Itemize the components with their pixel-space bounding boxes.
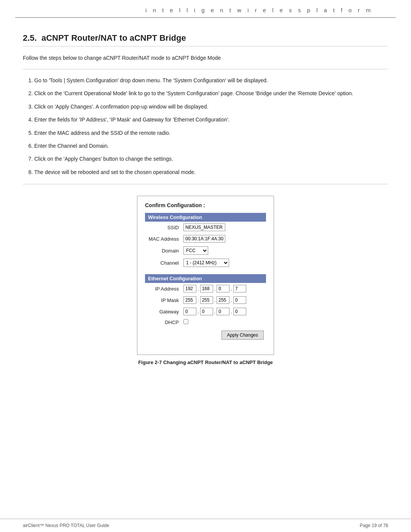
footer-left: airClient™ Nexus PRO TOTAL User Guide: [23, 523, 109, 528]
domain-label: Domain: [145, 244, 181, 257]
mask-octet-2[interactable]: [200, 296, 213, 304]
ip-dot: .: [198, 297, 199, 303]
ip-dot: .: [231, 309, 232, 315]
main-content: 2.5. aCNPT Router/NAT to aCNPT Bridge Fo…: [0, 18, 411, 384]
gateway-octet-4[interactable]: [233, 308, 246, 315]
mask-octet-4[interactable]: [233, 296, 246, 304]
list-item: Go to 'Tools | System Configuration' dro…: [34, 76, 388, 85]
gateway-octet-3[interactable]: [217, 308, 229, 315]
ethernet-config-table: IP Address . . . IP Ma: [145, 283, 266, 342]
ip-address-group: . . .: [183, 285, 264, 292]
ip-dot: .: [231, 297, 232, 303]
table-row: DHCP: [145, 317, 266, 327]
ip-octet-1[interactable]: [183, 285, 196, 292]
apply-changes-button[interactable]: Apply Changes: [221, 331, 264, 340]
table-row: Gateway . . .: [145, 306, 266, 317]
table-row: Channel 1 - (2412 MHz) 2 - (2417 MHz) 6 …: [145, 257, 266, 269]
mac-label: MAC Address: [145, 233, 181, 244]
ip-dot: .: [198, 286, 199, 292]
wireless-section-bar: Wireless Configuration: [145, 213, 266, 222]
domain-select[interactable]: FCC ETSI TELEC: [183, 246, 208, 255]
page-header: i n t e l l i g e n t w i r e l e s s p …: [15, 0, 396, 18]
ip-octet-2[interactable]: [200, 285, 213, 292]
list-item: The device will be rebooted and set to t…: [34, 168, 388, 176]
confirm-config-title: Confirm Configuration :: [145, 202, 266, 208]
mac-input[interactable]: [183, 235, 225, 243]
wireless-config-table: SSID MAC Address Domain FCC: [145, 222, 266, 269]
ethernet-section-bar: Ethernet Configuration: [145, 274, 266, 283]
channel-select[interactable]: 1 - (2412 MHz) 2 - (2417 MHz) 6 - (2437 …: [183, 259, 229, 267]
table-row: MAC Address: [145, 233, 266, 244]
figure-caption: Figure 2-7 Changing aCNPT Router/NAT to …: [138, 359, 273, 365]
gateway-label: Gateway: [145, 306, 181, 317]
dhcp-label: DHCP: [145, 317, 181, 327]
table-row: IP Mask . . .: [145, 294, 266, 306]
mask-label: IP Mask: [145, 294, 181, 306]
ip-dot: .: [214, 297, 216, 303]
divider-top: [23, 69, 388, 69]
list-item: Click on the 'Current Operational Mode' …: [34, 89, 388, 97]
list-item: Click on 'Apply Changes'. A confirmation…: [34, 102, 388, 111]
ssid-label: SSID: [145, 222, 181, 233]
confirm-config-box: Confirm Configuration : Wireless Configu…: [137, 196, 274, 355]
ip-dot: .: [198, 309, 199, 315]
mask-group: . . .: [183, 296, 264, 304]
header-title: i n t e l l i g e n t w i r e l e s s p …: [145, 7, 373, 13]
ssid-input[interactable]: [183, 224, 225, 231]
mask-octet-3[interactable]: [217, 296, 229, 304]
channel-label: Channel: [145, 257, 181, 269]
table-row: Domain FCC ETSI TELEC: [145, 244, 266, 257]
section-heading: 2.5. aCNPT Router/NAT to aCNPT Bridge: [23, 33, 388, 46]
ip-dot: .: [214, 309, 216, 315]
ip-dot: .: [214, 286, 216, 292]
list-item: Enter the Channel and Domain.: [34, 142, 388, 150]
dhcp-checkbox[interactable]: [183, 319, 188, 324]
table-row: Apply Changes: [145, 327, 266, 342]
steps-list: Go to 'Tools | System Configuration' dro…: [34, 76, 388, 176]
ip-dot: .: [231, 286, 232, 292]
list-item: Enter the fields for 'IP Address', 'IP M…: [34, 115, 388, 124]
ip-label: IP Address: [145, 283, 181, 294]
gateway-octet-1[interactable]: [183, 308, 196, 315]
confirm-config-wrapper: Confirm Configuration : Wireless Configu…: [23, 196, 388, 365]
intro-text: Follow the steps below to change aCNPT R…: [23, 54, 388, 62]
list-item: Click on the 'Apply Changes' button to c…: [34, 155, 388, 163]
ip-octet-4[interactable]: [233, 285, 246, 292]
footer-right: Page 19 of 78: [360, 523, 388, 528]
gateway-octet-2[interactable]: [200, 308, 213, 315]
list-item: Enter the MAC address and the SSID of th…: [34, 129, 388, 137]
apply-btn-wrapper: Apply Changes: [183, 329, 264, 340]
divider-bottom: [23, 184, 388, 184]
page-footer: airClient™ Nexus PRO TOTAL User Guide Pa…: [0, 519, 411, 532]
gateway-group: . . .: [183, 308, 264, 315]
table-row: SSID: [145, 222, 266, 233]
ip-octet-3[interactable]: [217, 285, 229, 292]
table-row: IP Address . . .: [145, 283, 266, 294]
mask-octet-1[interactable]: [183, 296, 196, 304]
